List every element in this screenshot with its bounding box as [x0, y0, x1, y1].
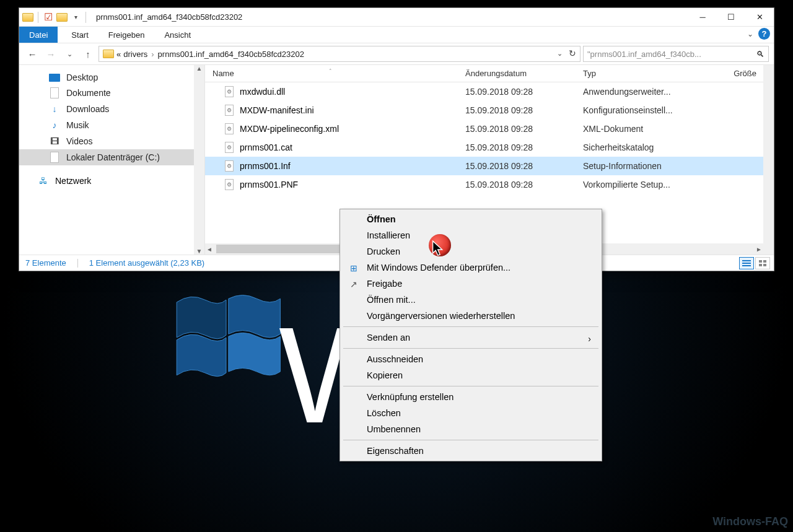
ctx-print[interactable]: Drucken [342, 243, 600, 259]
svg-rect-3 [759, 260, 762, 263]
tab-view[interactable]: Ansicht [154, 27, 201, 43]
file-name-label: prnms001.Inf [240, 161, 291, 171]
file-date-label: 15.09.2018 09:28 [465, 87, 583, 97]
ctx-copy[interactable]: Kopieren [342, 367, 600, 383]
column-type[interactable]: Typ [583, 69, 716, 78]
search-input[interactable]: "prnms001.inf_amd64_f340cb... 🔍︎ [583, 46, 769, 62]
folder-qat-icon[interactable] [56, 11, 68, 24]
ctx-open-with[interactable]: Öffnen mit... [342, 292, 600, 308]
nav-recent-button[interactable]: ⌄ [61, 46, 77, 62]
ctx-defender[interactable]: ⊞Mit Windows Defender überprüfen... [342, 259, 600, 276]
network-icon: 🖧 [38, 175, 49, 186]
column-name[interactable]: Name˄ [205, 69, 465, 78]
help-icon[interactable]: ? [758, 28, 770, 40]
view-details-button[interactable] [739, 257, 754, 269]
windows-logo-icon [167, 279, 285, 396]
nav-back-button[interactable]: ← [24, 46, 40, 62]
file-date-label: 15.09.2018 09:28 [465, 161, 583, 171]
file-name-label: prnms001.PNF [240, 180, 298, 190]
defender-icon: ⊞ [348, 263, 359, 274]
sidebar-item-documents[interactable]: Dokumente [19, 85, 204, 101]
file-icon [224, 142, 235, 153]
file-row[interactable]: prnms001.PNF15.09.2018 09:28Vorkompilier… [205, 175, 774, 194]
sidebar-item-localdisk[interactable]: Lokaler Datenträger (C:) [19, 149, 204, 165]
ribbon-tabs: Datei Start Freigeben Ansicht ⌄ ? [19, 27, 774, 43]
ctx-share[interactable]: ↗Freigabe [342, 276, 600, 292]
file-row[interactable]: prnms001.Inf15.09.2018 09:28Setup-Inform… [205, 157, 774, 175]
watermark-text: Windows-FAQ [712, 515, 788, 528]
file-date-label: 15.09.2018 09:28 [465, 180, 583, 190]
ctx-cut[interactable]: Ausschneiden [342, 351, 600, 367]
tab-share[interactable]: Freigeben [99, 27, 155, 43]
file-icon [224, 86, 235, 97]
titlebar[interactable]: ☑ ▾ prnms001.inf_amd64_f340cb58fcd23202 … [19, 8, 774, 27]
ctx-shortcut[interactable]: Verknüpfung erstellen [342, 389, 600, 405]
file-type-label: Anwendungserweiter... [583, 87, 716, 97]
ctx-rename[interactable]: Umbenennen [342, 421, 600, 437]
address-bar[interactable]: « drivers › prnms001.inf_amd64_f340cb58f… [99, 46, 581, 62]
disk-icon [49, 152, 60, 163]
nav-up-button[interactable]: ↑ [80, 46, 96, 62]
refresh-icon[interactable]: ↻ [569, 48, 576, 58]
svg-rect-4 [763, 260, 766, 263]
vertical-scrollbar[interactable] [763, 65, 774, 255]
svg-rect-6 [763, 264, 766, 266]
sidebar-item-network[interactable]: 🖧Netzwerk [19, 173, 204, 189]
file-icon [224, 123, 235, 134]
file-name-label: mxdwdui.dll [240, 87, 285, 97]
cursor-icon [431, 240, 447, 259]
file-type-label: Setup-Informationen [583, 161, 716, 171]
search-placeholder: "prnms001.inf_amd64_f340cb... [587, 50, 701, 59]
document-icon [49, 87, 60, 98]
file-row[interactable]: prnms001.cat15.09.2018 09:28Sicherheitsk… [205, 138, 774, 157]
ctx-restore[interactable]: Vorgängerversionen wiederherstellen [342, 308, 600, 324]
close-button[interactable]: ✕ [745, 8, 774, 27]
ctx-install[interactable]: Installieren [342, 227, 600, 243]
sidebar-scrollbar[interactable]: ▲▼ [194, 65, 204, 255]
maximize-button[interactable]: ☐ [717, 8, 745, 27]
ctx-delete[interactable]: Löschen [342, 405, 600, 421]
submenu-arrow-icon: › [588, 334, 591, 344]
svg-rect-1 [742, 263, 751, 264]
context-menu: Öffnen Installieren Drucken ⊞Mit Windows… [340, 209, 602, 461]
file-name-label: prnms001.cat [240, 142, 292, 152]
svg-rect-5 [759, 264, 762, 266]
breadcrumb-seg-1[interactable]: prnms001.inf_amd64_f340cb58fcd23202 [158, 50, 304, 59]
minimize-button[interactable]: ─ [688, 8, 717, 27]
search-icon[interactable]: 🔍︎ [756, 50, 765, 59]
desktop-icon [49, 74, 60, 82]
svg-rect-2 [742, 265, 751, 266]
ctx-properties[interactable]: Eigenschaften [342, 443, 600, 459]
breadcrumb-seg-0[interactable]: drivers [123, 50, 147, 59]
sidebar-item-music[interactable]: ♪Musik [19, 117, 204, 133]
folder-icon [22, 11, 34, 24]
column-header-row: Name˄ Änderungsdatum Typ Größe [205, 65, 774, 82]
properties-qat-icon[interactable]: ☑ [42, 11, 55, 24]
svg-rect-0 [742, 260, 751, 261]
tab-start[interactable]: Start [61, 27, 98, 43]
file-type-label: Konfigurationseinstell... [583, 105, 716, 115]
file-name-label: MXDW-manifest.ini [240, 105, 314, 115]
tab-file[interactable]: Datei [19, 27, 58, 43]
sidebar-item-desktop[interactable]: Desktop [19, 70, 204, 85]
file-row[interactable]: MXDW-manifest.ini15.09.2018 09:28Konfigu… [205, 101, 774, 120]
ctx-open[interactable]: Öffnen [342, 211, 600, 227]
qat-dropdown-icon[interactable]: ▾ [69, 11, 82, 24]
video-icon: 🎞 [49, 136, 60, 147]
nav-forward-button[interactable]: → [43, 46, 59, 62]
file-icon [224, 179, 235, 190]
ribbon-expand-icon[interactable]: ⌄ [747, 30, 753, 38]
view-large-button[interactable] [755, 257, 770, 269]
file-date-label: 15.09.2018 09:28 [465, 142, 583, 152]
sort-indicator-icon: ˄ [329, 68, 332, 74]
file-row[interactable]: mxdwdui.dll15.09.2018 09:28Anwendungserw… [205, 82, 774, 101]
sidebar-item-videos[interactable]: 🎞Videos [19, 133, 204, 149]
file-row[interactable]: MXDW-pipelineconfig.xml15.09.2018 09:28X… [205, 120, 774, 138]
file-type-label: XML-Dokument [583, 124, 716, 134]
sidebar-item-downloads[interactable]: ↓Downloads [19, 101, 204, 117]
address-history-icon[interactable]: ⌄ [557, 50, 563, 58]
share-icon: ↗ [348, 279, 359, 290]
ctx-send-to[interactable]: Senden an› [342, 329, 600, 346]
column-date[interactable]: Änderungsdatum [465, 69, 583, 78]
file-type-label: Sicherheitskatalog [583, 142, 716, 152]
